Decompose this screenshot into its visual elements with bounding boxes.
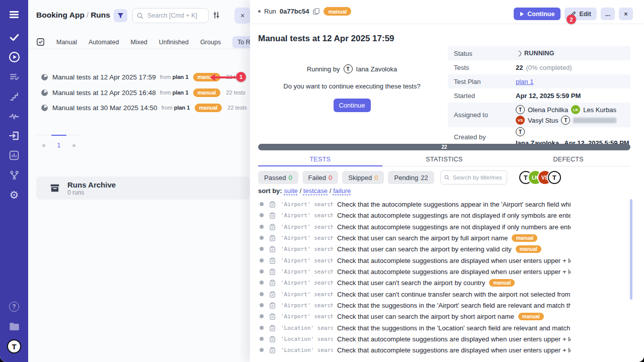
more-button[interactable]: ... [601,8,615,20]
user-avatar[interactable]: T [0,339,28,354]
manual-badge: manual [193,88,221,97]
sort-testcase-link[interactable]: testcase [303,187,328,195]
tab-automated[interactable]: Automated [89,39,119,46]
activity-icon[interactable] [0,110,28,122]
test-row[interactable]: 'Airport' search... Check that the autoc… [250,199,644,210]
view-settings-icon[interactable] [212,11,220,21]
test-row[interactable]: 'Airport' search... Check that user can … [250,243,644,254]
tab-tests[interactable]: TESTS [258,153,382,166]
pagination-page-1[interactable]: 1 [51,135,66,149]
runs-play-icon[interactable] [0,51,28,63]
inbox-arrow-icon[interactable] [0,129,28,142]
select-all-icon[interactable] [36,38,45,46]
test-row[interactable]: 'Airport' search... Check that user can'… [250,289,644,300]
assignee-name: Les Kurbas [583,106,616,114]
test-row[interactable]: 'Airport' search... Check that user can … [250,232,644,243]
folder-icon[interactable] [0,320,28,333]
sort-suite-link[interactable]: suite [284,187,297,195]
assignee-filter-stack[interactable]: T LK VS T [519,171,561,184]
test-row[interactable]: 'Airport' search... Check that the sugge… [250,300,644,311]
run-info-table: Status RUNNING Tests 22(0% completed) Te… [448,46,630,147]
continue-cta-button[interactable]: Continue [334,99,371,112]
run-title: Manual tests at 12 Apr 2025 16:48 [52,89,156,97]
creator-avatar: T [516,127,525,136]
run-list-item-3[interactable]: Manual tests at 30 Mar 2025 14:50 from p… [28,102,252,114]
gear-icon[interactable]: ⚙ [0,188,28,201]
test-suite: 'Airport' search... [281,268,333,275]
sort-failure-link[interactable]: failure [333,187,351,195]
annotation-step-2: 2 [567,15,576,24]
filter-button[interactable] [114,9,127,22]
runs-search[interactable] [132,8,209,23]
test-title: Check that the suggestions in the 'Locat… [337,324,571,332]
tab-manual[interactable]: Manual [56,39,77,46]
created-label: Created by [448,133,516,141]
test-row[interactable]: 'Airport' search... Check that autocompl… [250,266,644,277]
test-status-dot [260,225,264,229]
test-row[interactable]: 'Location' searc... Check that the sugge… [250,322,644,333]
tab-defects[interactable]: DEFECTS [506,153,630,166]
assignee-name: Olena Pchilka [528,106,568,114]
filter-failed[interactable]: Failed0 [302,171,339,184]
testcase-icon [269,325,276,331]
tab-statistics[interactable]: STATISTICS [382,153,507,166]
tab-groups[interactable]: Groups [200,39,221,46]
test-row[interactable]: 'Location' searc... Check that autocompl… [250,344,644,355]
filter-pending[interactable]: Pending22 [388,171,434,184]
assignee-name: Vasyl Stus [528,117,558,124]
reports-icon[interactable] [0,149,28,162]
steps-icon[interactable] [0,90,28,103]
running-by: Running by T Iana Zavoloka [307,64,397,73]
copy-icon[interactable] [312,8,320,15]
filter-passed[interactable]: Passed0 [258,171,298,184]
search-input[interactable] [146,12,204,20]
test-row[interactable]: 'Airport' search... Check that user can … [250,311,644,322]
test-cases-icon[interactable] [0,71,28,83]
manual-badge: manual [512,234,537,242]
assignee-avatar: VS [516,116,525,125]
continue-button[interactable]: Continue [514,8,560,20]
tab-mixed[interactable]: Mixed [130,39,147,46]
test-row[interactable]: 'Airport' search... Check that user can'… [250,277,644,288]
runner-avatar: T [344,64,353,73]
assignee-avatar: LK [571,105,580,114]
test-list: 'Airport' search... Check that the autoc… [250,198,644,362]
testcase-icon [269,291,276,298]
runs-archive-card[interactable]: Runs Archive 0 runs [36,176,250,200]
close-run-button[interactable]: × [619,8,633,20]
archive-icon [49,183,60,194]
run-status-icon [41,105,48,111]
started-label: Started [448,92,516,100]
branch-icon[interactable] [0,168,28,182]
test-row[interactable]: 'Airport' search... Check that autocompl… [250,255,644,266]
avatar-t2[interactable]: T [548,171,561,184]
tests-search-input[interactable] [452,174,503,181]
panel-close-button[interactable]: × [234,8,251,24]
tab-unfinished[interactable]: Unfinished [159,39,189,46]
info-row-status: Status RUNNING [448,46,630,60]
scrollbar-thumb[interactable] [630,199,632,300]
test-row[interactable]: 'Airport' search... Check that autocompl… [250,210,644,221]
test-status-dot [260,348,264,352]
run-title-heading: Manual tests at 12 Apr 2025 17:59 [258,34,394,44]
tests-search[interactable] [440,170,507,185]
close-icon: × [240,12,245,20]
menu-icon[interactable] [0,9,28,21]
assignee-avatar: T [516,105,525,114]
run-tests-count: 22 tests [226,89,246,96]
run-list-item-2[interactable]: Manual tests at 12 Apr 2025 16:48 from p… [28,86,252,99]
run-plan-ref: from plan 1 [160,89,189,96]
filter-skipped[interactable]: Skipped0 [342,171,384,184]
test-row[interactable]: 'Location' searc... Check that autocompl… [250,333,644,344]
breadcrumb-app[interactable]: Booking App [36,11,85,19]
help-icon[interactable]: ? [0,301,28,313]
breadcrumb-separator: / [85,11,91,19]
tab-to-review[interactable]: To Review [232,36,252,48]
test-title: Check that the autocomplete suggestions … [337,201,571,208]
pagination-next[interactable]: » [66,135,82,149]
check-icon[interactable] [0,31,28,43]
plan-link[interactable]: plan 1 [516,78,533,85]
test-row[interactable]: 'Airport' search... Check that autocompl… [250,221,644,232]
status-value: RUNNING [524,50,554,57]
pagination-prev[interactable]: « [36,135,51,149]
